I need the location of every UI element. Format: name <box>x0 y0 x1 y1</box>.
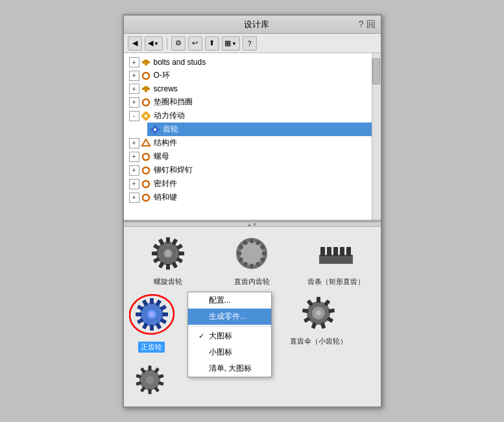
tree-item-key[interactable]: + 销和键 <box>126 191 381 204</box>
svg-rect-46 <box>262 252 266 255</box>
svg-point-15 <box>154 128 156 131</box>
title-bar: 设计库 ? 回 <box>124 16 381 34</box>
tree-item-nut[interactable]: + 螺母 <box>126 150 381 163</box>
expander-struct[interactable]: + <box>129 138 139 148</box>
svg-rect-5 <box>144 86 148 88</box>
expander-key[interactable]: + <box>129 193 139 203</box>
help-button[interactable]: ? <box>243 36 257 51</box>
help-icon[interactable]: ? <box>359 19 364 30</box>
svg-rect-0 <box>142 61 150 64</box>
view-button[interactable]: ▦▼ <box>222 36 240 51</box>
tree-item-bolts[interactable]: + bolts and studs <box>126 56 381 69</box>
expander-bolts[interactable]: + <box>129 57 139 67</box>
svg-rect-1 <box>144 60 148 61</box>
refresh-button[interactable]: ↩ <box>188 36 202 51</box>
expander-nut[interactable]: + <box>129 152 139 162</box>
svg-rect-52 <box>237 252 241 255</box>
svg-rect-4 <box>142 88 150 90</box>
gear-grid-row1: 螺旋齿轮 <box>129 232 376 287</box>
tree-label-screws: screws <box>154 84 178 93</box>
context-menu-item-large[interactable]: ✓ 大图标 <box>188 328 271 344</box>
tree-label-washer: 垫圈和挡圈 <box>154 97 193 108</box>
svg-point-21 <box>143 154 149 160</box>
svg-rect-98 <box>136 381 141 386</box>
close-icon[interactable]: 回 <box>366 19 376 30</box>
tree-item-power[interactable]: - 动力传动 <box>126 109 381 123</box>
nut-icon <box>141 152 151 162</box>
rack-gear-image <box>315 232 357 274</box>
svg-rect-64 <box>150 298 154 304</box>
bottom-gear-1-image <box>129 359 171 401</box>
svg-rect-55 <box>319 255 353 264</box>
svg-rect-83 <box>320 322 326 329</box>
preview-panel: 螺旋齿轮 <box>124 227 381 406</box>
main-window: 设计库 ? 回 ◀ ◀▼ ⚙ ↩ ⬆ ▦▼ ? + bolts and st <box>123 14 382 408</box>
gear-item-rack[interactable]: 齿条（矩形直齿） <box>296 232 375 287</box>
screw-icon <box>141 84 151 94</box>
gear-item-internal[interactable]: 直齿内齿轮 <box>213 232 291 287</box>
power-icon <box>141 111 151 121</box>
svg-point-39 <box>165 250 171 257</box>
svg-rect-70 <box>150 325 154 331</box>
rivet-icon <box>141 165 151 176</box>
back-button[interactable]: ◀ <box>128 36 142 51</box>
expander-screws[interactable]: + <box>129 84 139 94</box>
svg-point-24 <box>143 194 149 201</box>
svg-rect-16 <box>154 125 156 127</box>
svg-rect-11 <box>145 119 147 121</box>
tree-item-screws[interactable]: + screws <box>126 82 381 95</box>
context-menu-item-config[interactable]: 配置... <box>188 292 271 309</box>
spur-gear-image <box>132 295 171 336</box>
splitter[interactable]: ▲▼ <box>124 222 381 227</box>
gear-item-bevel[interactable]: 直齿伞（小齿轮） <box>290 292 347 346</box>
washer-icon <box>141 97 151 108</box>
tree-item-oring[interactable]: + O-环 <box>126 69 381 82</box>
expander-washer[interactable]: + <box>129 97 139 108</box>
forward-button[interactable]: ◀▼ <box>145 36 163 51</box>
seal-icon <box>141 179 151 189</box>
tree-item-gear[interactable]: 齿轮 <box>147 123 381 136</box>
tree-panel: + bolts and studs + O-环 + <box>124 53 381 222</box>
tree-label-oring: O-环 <box>154 70 170 81</box>
context-menu-separator <box>188 326 271 327</box>
svg-rect-67 <box>162 312 168 316</box>
tree-item-rivet[interactable]: + 铆钉和焊钉 <box>126 163 381 177</box>
svg-rect-59 <box>340 247 344 256</box>
rack-gear-label: 齿条（矩形直齿） <box>307 277 365 287</box>
expander-oring[interactable]: + <box>129 71 139 81</box>
bevel-gear-label: 直齿伞（小齿轮） <box>290 336 347 346</box>
svg-rect-36 <box>152 252 158 255</box>
expander-seal[interactable]: + <box>129 179 139 189</box>
gear-item-helical[interactable]: 螺旋齿轮 <box>129 232 208 287</box>
svg-rect-93 <box>158 374 163 379</box>
context-menu-item-small[interactable]: 小图标 <box>188 344 271 360</box>
svg-rect-12 <box>141 115 143 117</box>
context-menu-item-list-large[interactable]: 清单, 大图标 <box>188 360 271 377</box>
tree-item-struct[interactable]: + 结构件 <box>126 136 381 150</box>
settings-button[interactable]: ⚙ <box>171 36 186 51</box>
tree-scrollbar[interactable] <box>372 53 381 220</box>
svg-rect-96 <box>148 389 151 394</box>
svg-rect-73 <box>136 312 141 316</box>
up-button[interactable]: ⬆ <box>205 36 219 51</box>
svg-rect-84 <box>311 322 317 329</box>
tree-label-seal: 密封件 <box>154 178 177 189</box>
expander-power[interactable]: - <box>129 111 139 121</box>
svg-rect-33 <box>166 264 170 270</box>
expander-rivet[interactable]: + <box>129 165 139 176</box>
spur-gear-circled <box>129 292 174 339</box>
svg-rect-27 <box>166 237 170 243</box>
svg-rect-99 <box>136 374 141 379</box>
svg-point-7 <box>143 99 149 106</box>
context-menu: 配置... 生成零件... ✓ 大图标 小图标 清单, 大图标 <box>187 292 272 377</box>
svg-point-3 <box>143 73 149 79</box>
context-menu-item-generate[interactable]: 生成零件... <box>188 309 271 325</box>
tree-item-seal[interactable]: + 密封件 <box>126 177 381 191</box>
tree-item-washer[interactable]: + 垫圈和挡圈 <box>126 95 381 109</box>
svg-rect-58 <box>333 247 338 256</box>
svg-point-42 <box>248 250 256 257</box>
tree-label-bolts: bolts and studs <box>154 58 206 67</box>
helical-gear-label: 螺旋齿轮 <box>154 277 182 287</box>
bottom-gear-1[interactable] <box>129 359 171 401</box>
svg-point-23 <box>143 181 149 187</box>
